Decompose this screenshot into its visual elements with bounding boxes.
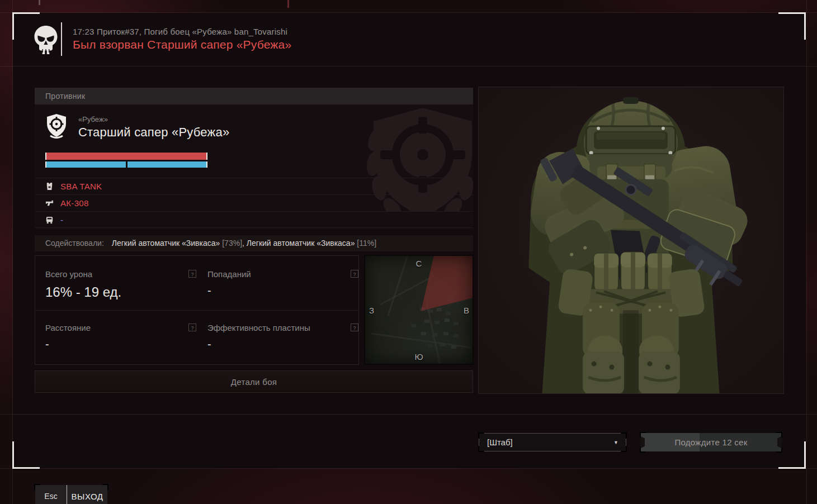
exit-label: ВЫХОД: [67, 485, 107, 504]
assist-share: [11%]: [357, 239, 376, 248]
corner-bracket: [621, 432, 627, 439]
minimap-shade: [365, 256, 473, 364]
grid-line-footer-top: [0, 414, 817, 415]
assists-label: Содействовали:: [45, 239, 104, 248]
health-bar-cap: [206, 153, 207, 160]
frame-corner-bracket: [778, 12, 806, 40]
body-armor-icon: [45, 182, 54, 191]
stat-label: Попаданий: [207, 269, 251, 279]
enemy-panel-title: Противник: [35, 88, 473, 104]
assist-separator: ,: [242, 239, 247, 248]
grid-line-right: [806, 0, 807, 504]
frame-corner-bracket: [12, 441, 40, 469]
chevron-down-icon: ▼: [613, 440, 618, 445]
compass-east: В: [464, 305, 469, 315]
corner-bracket: [34, 484, 40, 490]
help-icon[interactable]: ?: [351, 270, 358, 278]
armor-bar: [45, 161, 207, 168]
assist-name: Легкий автоматчик «Зивкаса»: [112, 239, 220, 248]
channel-dropdown[interactable]: [Штаб] ▼: [479, 433, 626, 451]
minimap: С Ю З В: [365, 256, 473, 364]
compass-north: С: [416, 259, 422, 268]
health-bar-cap: [45, 153, 46, 160]
enemy-model-panel: [478, 87, 784, 394]
armor-bar-cap: [45, 161, 46, 168]
exit-button[interactable]: Esc ВЫХОД: [35, 485, 107, 504]
top-tick: [287, 0, 289, 8]
death-screen: 17:23 Приток#37, Погиб боец «Рубежа» ban…: [0, 0, 817, 504]
help-icon[interactable]: ?: [188, 270, 196, 278]
stat-value: -: [207, 338, 358, 351]
stat-label: Всего урона: [45, 269, 92, 279]
compass-south: Ю: [414, 352, 423, 362]
grid-line-left: [12, 0, 13, 504]
enemy-character-model: [479, 87, 784, 394]
corner-bracket: [102, 484, 108, 490]
health-bar: [45, 153, 207, 160]
stat-hits: Попаданий ? -: [207, 269, 358, 314]
equipment-list: SBA TANK АК-308 -: [35, 178, 473, 228]
equipment-row-armor: SBA TANK: [35, 178, 473, 194]
stat-value: -: [207, 284, 358, 297]
equipment-name: -: [60, 215, 63, 225]
weapon-icon: [45, 199, 54, 207]
stat-total-damage: Всего урона ? 16% - 19 ед.: [45, 269, 196, 314]
assist-share: [73%]: [222, 239, 242, 248]
armor-segment: [127, 161, 207, 168]
death-message: Был взорван Старший сапер «Рубежа»: [73, 38, 291, 51]
grid-line-top: [0, 12, 817, 13]
health-bar-fill: [46, 153, 206, 160]
corner-bracket: [478, 432, 484, 439]
enemy-panel: Противник: [35, 88, 473, 229]
stat-distance: Расстояние ? -: [45, 323, 196, 368]
stat-value: -: [45, 338, 196, 351]
stat-label: Эффективность пластины: [207, 323, 310, 332]
stat-label: Расстояние: [45, 323, 91, 332]
kill-log-line: 17:23 Приток#37, Погиб боец «Рубежа» ban…: [73, 27, 287, 36]
grid-line-bottom: [0, 468, 817, 469]
wait-button-label: Подождите 12 сек: [641, 433, 781, 451]
equipment-name: АК-308: [60, 198, 89, 208]
armor-segment: [46, 161, 126, 168]
equipment-row-weapon: АК-308: [35, 194, 473, 211]
vehicle-icon: [45, 216, 54, 224]
enemy-faction-label: «Рубеж»: [78, 115, 108, 123]
stat-value: 16% - 19 ед.: [45, 284, 196, 300]
faction-emblem-icon: [45, 113, 68, 142]
assist-name: Легкий автоматчик «Зивкаса»: [247, 239, 355, 248]
compass-west: З: [369, 305, 374, 315]
wait-button[interactable]: Подождите 12 сек: [641, 433, 781, 451]
equipment-name: SBA TANK: [60, 182, 102, 191]
corner-bracket: [621, 446, 627, 452]
header-divider: [61, 22, 62, 56]
combat-stats-panel: Всего урона ? 16% - 19 ед. Попаданий ? -…: [35, 255, 359, 365]
help-icon[interactable]: ?: [351, 324, 358, 331]
frame-corner-bracket: [778, 441, 806, 469]
enemy-class-name: Старший сапер «Рубежа»: [78, 125, 229, 140]
grid-line-header-bottom: [0, 66, 817, 66]
equipment-row-vehicle: -: [35, 211, 473, 228]
armor-bar-cap: [206, 161, 207, 168]
battle-details-button[interactable]: Детали боя: [35, 370, 473, 393]
assists-bar: Содействовали: Легкий автоматчик «Зивкас…: [35, 235, 473, 251]
stat-plate-effectiveness: Эффективность пластины ? -: [207, 323, 358, 368]
top-tick: [39, 0, 40, 5]
skull-icon: [32, 25, 59, 57]
corner-bracket: [478, 446, 484, 452]
help-icon[interactable]: ?: [188, 324, 196, 331]
armor-bar-segments: [46, 161, 206, 168]
